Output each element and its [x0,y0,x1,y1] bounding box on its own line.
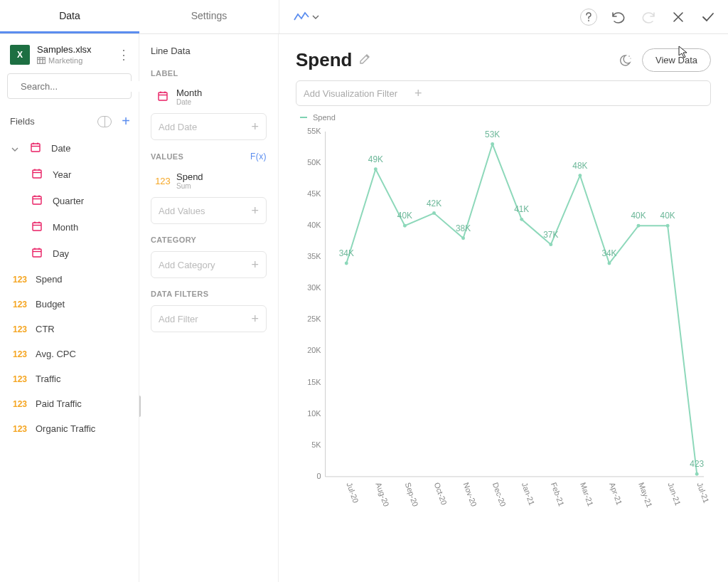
svg-text:20K: 20K [307,346,321,355]
field-avg-cpc[interactable]: 123 Avg. CPC [9,342,130,366]
chart-title: Spend [296,49,352,71]
close-icon[interactable] [670,9,687,26]
theme-icon[interactable] [618,53,632,68]
svg-text:10K: 10K [307,409,321,418]
svg-point-61 [374,167,378,171]
svg-text:Jun-21: Jun-21 [666,481,682,506]
svg-text:45K: 45K [307,189,321,198]
svg-point-67 [461,236,465,240]
chart-type-dropdown[interactable] [294,11,319,23]
undo-icon[interactable] [610,9,627,26]
add-field-icon[interactable]: + [122,113,130,129]
tab-settings[interactable]: Settings [139,0,279,33]
calendar-icon [27,142,44,154]
category-header: CATEGORY [151,236,196,244]
field-paid-traffic[interactable]: 123 Paid Traffic [9,391,130,416]
field-month[interactable]: Month [9,214,130,240]
redo-icon [640,9,657,26]
add-values-drop[interactable]: Add Values+ [151,197,267,224]
svg-point-59 [345,262,348,265]
svg-text:Jul-21: Jul-21 [695,481,710,504]
scrollbar-thumb[interactable] [139,396,141,417]
value-chip-spend[interactable]: 123 Spend Sum [151,169,267,193]
file-row[interactable]: X Samples.xlsx Marketing ⋮ [0,34,139,73]
svg-text:40K: 40K [660,211,675,221]
add-filter-drop[interactable]: Add Filter+ [151,305,267,332]
field-ctr[interactable]: 123 CTR [9,317,130,342]
add-category-drop[interactable]: Add Category+ [151,251,267,278]
add-date-drop[interactable]: Add Date+ [151,113,267,140]
file-name: Samples.xlsx [37,44,110,55]
svg-point-71 [520,218,523,221]
field-budget[interactable]: 123 Budget [9,292,130,317]
svg-text:Jul-20: Jul-20 [345,481,360,504]
svg-rect-6 [31,144,40,152]
label-chip-month[interactable]: Month Date [151,85,267,109]
svg-text:42K: 42K [427,199,441,208]
svg-point-77 [607,262,611,265]
svg-point-75 [578,174,582,177]
search-field[interactable] [21,81,140,92]
svg-point-79 [637,224,641,228]
calendar-icon [28,221,46,233]
calendar-icon [28,248,46,260]
svg-point-73 [549,243,552,246]
number-type-icon: 123 [11,275,28,285]
svg-rect-18 [33,223,41,231]
svg-text:Feb-21: Feb-21 [550,481,566,507]
svg-text:Mar-21: Mar-21 [579,481,595,507]
number-type-icon: 123 [11,374,28,384]
plus-icon: + [251,203,259,218]
number-type-icon: 123 [11,349,28,359]
field-traffic[interactable]: 123 Traffic [9,366,130,391]
svg-text:Oct-20: Oct-20 [433,481,449,506]
confirm-icon[interactable] [700,9,717,26]
search-input[interactable] [7,73,132,99]
svg-text:25K: 25K [307,314,321,323]
number-type-icon: 123 [11,424,28,434]
field-quarter[interactable]: Quarter [9,188,130,214]
field-year[interactable]: Year [9,162,130,188]
svg-point-65 [432,211,436,215]
svg-point-69 [491,142,494,146]
svg-text:Jan-21: Jan-21 [520,481,537,506]
view-data-button[interactable]: View Data [642,48,711,72]
svg-text:Apr-21: Apr-21 [608,481,623,506]
label-header: LABEL [151,69,178,78]
file-menu-icon[interactable]: ⋮ [117,48,130,61]
svg-text:49K: 49K [368,154,383,164]
filters-header: DATA FILTERS [151,290,208,298]
svg-text:5K: 5K [311,440,321,449]
svg-text:40K: 40K [307,221,321,229]
tab-data[interactable]: Data [0,0,139,33]
svg-text:37K: 37K [543,230,558,240]
svg-text:53K: 53K [485,129,500,139]
excel-icon: X [10,45,30,65]
svg-rect-0 [38,58,46,64]
field-day[interactable]: Day [9,240,130,267]
field-spend[interactable]: 123 Spend [9,267,130,292]
fx-button[interactable]: F(x) [250,152,267,162]
field-date[interactable]: Date [9,135,130,162]
svg-text:34K: 34K [601,248,616,258]
field-organic-traffic[interactable]: 123 Organic Traffic [9,416,130,441]
svg-point-83 [695,472,699,476]
svg-text:Aug-20: Aug-20 [374,481,390,507]
chevron-down-icon [11,143,20,154]
edit-title-icon[interactable] [359,53,370,67]
table-icon [37,57,46,64]
svg-text:30K: 30K [307,283,321,292]
plus-icon: + [251,258,259,273]
help-icon[interactable] [580,9,597,26]
legend-swatch [300,117,307,118]
svg-text:38K: 38K [456,223,471,233]
sheet-name: Marketing [37,56,110,65]
svg-text:Dec-20: Dec-20 [491,481,508,507]
svg-text:55K: 55K [307,127,321,135]
brain-icon[interactable] [97,116,112,127]
svg-rect-26 [159,92,167,100]
add-viz-filter[interactable]: Add Visualization Filter + [296,80,711,106]
number-type-icon: 123 [11,300,28,309]
config-title: Line Data [151,46,267,56]
svg-rect-14 [33,196,41,204]
